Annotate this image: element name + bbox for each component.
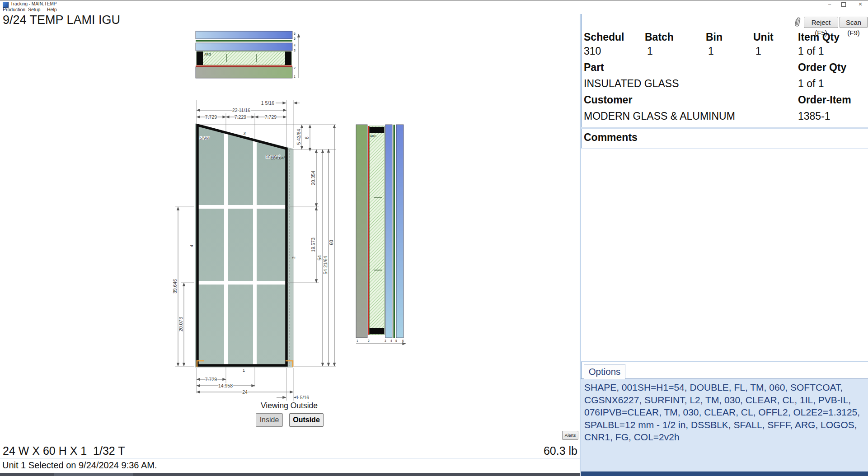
side-layer-2: 2 <box>368 339 370 342</box>
customer-label: Customer <box>584 94 632 106</box>
unit-value: 1 <box>755 45 761 57</box>
status-separator <box>0 458 580 459</box>
layer-5-label: 5 <box>294 37 296 40</box>
order-item-value: 1385-1 <box>798 110 830 122</box>
status-message: Unit 1 Selected on 9/24/2024 9:36 AM. <box>2 460 157 471</box>
bottom-strip-left <box>0 473 580 476</box>
side-layer-3: 3 <box>385 339 386 342</box>
reject-button[interactable]: Reject (F5) <box>804 17 838 28</box>
part-label: Part <box>584 61 604 74</box>
dim-top-b: 7.229 <box>235 114 246 120</box>
unit-size: 24 W X 60 H X 1 1/32 T <box>3 444 125 457</box>
side-layer-5: 5 <box>395 339 397 342</box>
order-item-label: Order-Item <box>798 94 851 106</box>
dim-right-six: 6 <box>304 136 310 139</box>
order-qty-label: Order Qty <box>798 61 846 74</box>
angle-left-label: 5.96° <box>200 135 210 140</box>
dim-bottom-total: 24 <box>242 389 248 395</box>
bottom-strip-segment <box>54 473 133 476</box>
dim-left-b: 20.073 <box>178 317 183 331</box>
col-bin: Bin <box>706 31 723 43</box>
bottom-strip-right <box>581 471 868 476</box>
dim-bottom-offset: 1 5/16 <box>296 395 309 400</box>
dim-bottom-b: 14.958 <box>218 383 233 388</box>
app-window: Tracking - MAIN.TEMP – ✕ Production Setu… <box>0 0 868 476</box>
options-tab[interactable]: Options <box>584 364 625 379</box>
dim-top-a: 7.729 <box>205 114 217 120</box>
item-qty-value: 1 of 1 <box>798 45 824 57</box>
dim-top-offset: 1 5/16 <box>261 100 274 106</box>
edge-3-label: 3 <box>243 131 246 136</box>
comments-label: Comments <box>584 131 638 144</box>
layer-6-label: 6 <box>294 32 296 35</box>
scan-button[interactable]: Scan (F9) <box>840 17 868 28</box>
argon-label-top: ARG <box>204 53 211 56</box>
comments-separator <box>581 127 868 129</box>
unit-weight: 60.3 lb <box>407 444 577 457</box>
angle-right-label-overlap: 104.04° <box>271 155 286 160</box>
comments-area <box>581 149 868 361</box>
layer-1-label: 1 <box>294 75 296 78</box>
outside-button[interactable]: Outside <box>289 413 324 427</box>
dim-height-total: 60 <box>328 240 334 245</box>
elevation-view: 3 2 4 1 5.96° 104.04° 104.04° <box>189 124 296 373</box>
layer-2-label: 2 <box>294 66 296 70</box>
dim-left-a: 39.646 <box>172 279 178 294</box>
dim-top-total: 22 11/16 <box>232 107 250 113</box>
side-layer-6: 6 <box>402 339 404 342</box>
dim-top-c: 7.729 <box>265 114 277 120</box>
side-cross-section: ARG 1 2 3 4 5 6 <box>356 125 406 344</box>
part-value: INSULATED GLASS <box>584 78 679 90</box>
col-schedule: Schedul <box>584 31 624 43</box>
edge-2-label: 2 <box>291 257 296 259</box>
layer-3-label: 3 <box>294 49 296 52</box>
dim-height-glass: 54 <box>317 255 322 261</box>
options-text: SHAPE, 001SH=H1=54, DOUBLE, FL, TM, 060,… <box>581 379 868 446</box>
edge-1-label: 1 <box>243 368 245 373</box>
minimize-button[interactable]: – <box>823 1 836 8</box>
restore-button[interactable] <box>841 2 846 7</box>
paperclip-icon <box>793 16 802 28</box>
col-unit: Unit <box>753 31 774 43</box>
dim-right-a: 20.354 <box>310 171 316 185</box>
close-button[interactable]: ✕ <box>854 1 867 8</box>
dim-height-mid: 54 21/64 <box>323 256 328 274</box>
side-layer-4: 4 <box>390 339 392 342</box>
col-batch: Batch <box>645 31 674 43</box>
argon-label-side: ARG <box>370 135 376 138</box>
options-top-line <box>581 361 868 362</box>
viewing-caption: Viewing Outside <box>244 401 334 411</box>
dim-bottom-a: 7.729 <box>205 377 217 382</box>
bin-value: 1 <box>708 45 714 57</box>
dim-right-drop: 5 43/64 <box>296 129 301 145</box>
order-qty-value: 1 of 1 <box>798 78 824 90</box>
batch-value: 1 <box>647 45 653 57</box>
options-panel: SHAPE, 001SH=H1=54, DOUBLE, FL, TM, 060,… <box>581 378 868 472</box>
col-item-qty: Item Qty <box>798 31 840 43</box>
alerts-button[interactable]: Alerts <box>562 431 578 440</box>
side-layer-1: 1 <box>357 339 358 342</box>
dim-right-b: 19.573 <box>310 238 316 252</box>
schedule-value: 310 <box>584 45 601 57</box>
layer-4-label: 4 <box>294 44 296 47</box>
customer-value: MODERN GLASS & ALUMINUM <box>584 110 735 122</box>
edge-4-label: 4 <box>189 245 194 247</box>
top-cross-section: ARG 6 5 4 3 2 1 <box>196 31 299 78</box>
inside-button[interactable]: Inside <box>256 413 283 427</box>
